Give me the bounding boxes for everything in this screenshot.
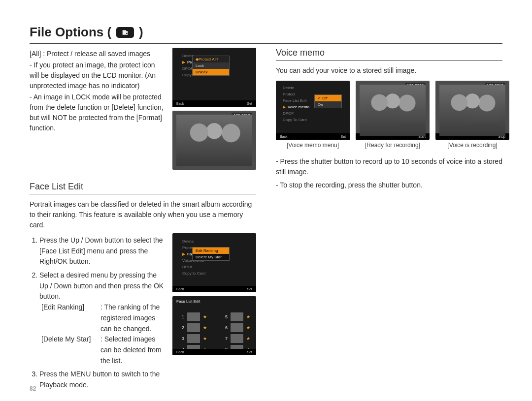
svg-point-0 — [126, 32, 128, 34]
face-list-intro: Portrait images can be classified or del… — [30, 199, 256, 230]
caption-voice-menu: [Voice memo menu] — [287, 142, 339, 149]
star-icon: ★ — [246, 336, 252, 341]
face-list-steps: Press the Up / Down button to select the… — [30, 235, 166, 391]
voice-popup: ✓ Off On — [314, 94, 342, 108]
protect-menu-screenshot: Delete ▶Protect DPOF Copy to Card ◆Prote… — [172, 48, 256, 107]
bullet-icon: ▶ — [182, 252, 185, 256]
star-icon: ★ — [246, 314, 252, 319]
lcd-footer: Back Set — [172, 286, 256, 292]
option-delete-my-star: [Delete My Star] : Selected images can b… — [41, 334, 166, 366]
star-icon: ★ — [203, 325, 209, 330]
protect-block: [All] : Protect / release all saved imag… — [30, 48, 256, 170]
voice-recording-screenshot: 100-0010 00:00:00 Stop — [435, 81, 509, 140]
star-icon: ★ — [246, 325, 252, 330]
protected-photo-screenshot: 100-0010 — [172, 111, 256, 170]
left-column: [All] : Protect / release all saved imag… — [30, 48, 256, 394]
face-list-heading: Face List Edit — [30, 182, 256, 194]
star-icon: ★ — [203, 336, 209, 341]
voice-menu-col: Delete Protect Face List Edit ▶Voice mem… — [276, 81, 350, 149]
option-edit-ranking: [Edit Ranking] : The ranking of the regi… — [41, 302, 166, 334]
lcd-footer: Back Set — [276, 133, 350, 140]
voice-memo-intro: You can add your voice to a stored still… — [276, 65, 502, 76]
file-number-tag: 100-0010 — [232, 113, 252, 118]
lcd-footer: Start — [356, 133, 430, 140]
caption-voice-ready: [Ready for recording] — [365, 142, 420, 149]
protect-popup: ◆Protect All? Lock Unlock — [192, 56, 230, 76]
title-prefix: File Options ( — [30, 25, 111, 40]
voice-menu-screenshot: Delete Protect Face List Edit ▶Voice mem… — [276, 81, 350, 140]
face-list-grid-screenshot: Face List Edit 1★ 5★ 2★ 6★ 3★ 7★ 4★ 8★ — [172, 296, 256, 355]
file-number-tag: 100-0010 — [405, 83, 426, 88]
voice-memo-heading: Voice memo — [276, 48, 502, 61]
lcd-footer: Back Set — [172, 100, 256, 107]
title-suffix: ) — [139, 25, 143, 40]
file-number-tag: 100-0010 — [485, 83, 505, 88]
protect-all-label: [All] : Protect / release all saved imag… — [30, 49, 166, 59]
star-icon: ★ — [203, 314, 209, 319]
rec-time: 00:00:00 — [406, 124, 426, 130]
file-options-icon — [116, 27, 134, 38]
voice-note-2: - To stop the recording, press the shutt… — [276, 180, 502, 190]
lcd-footer: Stop — [435, 133, 509, 140]
face-list-menu-screenshot: Delete Protect ▶Face List Edit Voice mem… — [172, 233, 256, 292]
face-list-steps-text: Press the Up / Down button to select the… — [30, 233, 166, 394]
title-icon-wrap — [114, 27, 136, 38]
lcd-footer: Back Set — [172, 349, 256, 355]
page-number: 82 — [30, 385, 36, 392]
face-list-block: Press the Up / Down button to select the… — [30, 233, 256, 394]
protect-screens: Delete ▶Protect DPOF Copy to Card ◆Prote… — [172, 48, 256, 170]
face-list-popup: Edit Ranking Delete My Star — [192, 247, 230, 261]
rec-time: 00:00:00 — [486, 124, 505, 130]
caption-voice-recording: [Voice is recording] — [447, 142, 497, 149]
bullet-icon: ▶ — [283, 105, 286, 109]
voice-ready-screenshot: 100-0010 00:00:00 Start — [356, 81, 430, 140]
bullet-icon: ▶ — [182, 60, 185, 64]
two-column-layout: [All] : Protect / release all saved imag… — [30, 48, 502, 394]
right-column: Voice memo You can add your voice to a s… — [276, 48, 502, 394]
manual-page: File Options ( ) [All] : Protect / relea… — [0, 0, 532, 401]
voice-note-1: - Press the shutter button to record up … — [276, 156, 502, 177]
protect-note-2: - An image in LOCK mode will be protecte… — [30, 92, 166, 133]
voice-ready-col: 100-0010 00:00:00 Start [Ready for recor… — [356, 81, 430, 149]
protect-text: [All] : Protect / release all saved imag… — [30, 48, 166, 134]
page-title: File Options ( ) — [30, 25, 502, 44]
face-list-screens: Delete Protect ▶Face List Edit Voice mem… — [172, 233, 256, 355]
voice-recording-col: 100-0010 00:00:00 Stop [Voice is recordi… — [435, 81, 509, 149]
protect-note-1: - If you protect an image, the protect i… — [30, 60, 166, 91]
voice-memo-thumbnails: Delete Protect Face List Edit ▶Voice mem… — [276, 81, 502, 149]
